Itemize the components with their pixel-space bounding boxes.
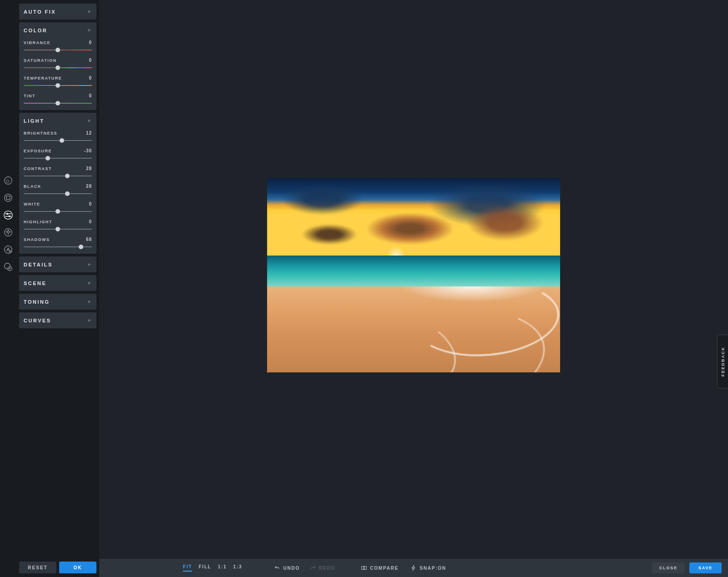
section-title: AUTO FIX [24,9,56,15]
expand-icon[interactable]: + [87,298,92,305]
section-toning[interactable]: TONING + [19,294,96,310]
section-scene[interactable]: SCENE + [19,275,96,291]
view-mode-1-3[interactable]: 1:3 [233,564,243,572]
collapse-icon[interactable]: × [87,117,92,124]
slider-knob[interactable] [56,65,60,70]
feedback-tab[interactable]: FEEDBACK [717,335,728,388]
overlay-icon[interactable] [3,261,14,272]
undo-button[interactable]: UNDO [274,565,300,571]
right-actions: CLOSE SAVE [652,562,722,573]
section-light: LIGHT × BRIGHTNESS12EXPOSURE-30CONTRAST2… [19,113,96,254]
view-modes: FITFILL1:11:3 [183,564,242,572]
slider-value: 28 [86,184,92,189]
slider-value: 28 [86,166,92,171]
section-details[interactable]: DETAILS + [19,256,96,272]
slider-knob[interactable] [56,48,60,52]
slider-value: 0 [89,201,92,206]
slider-label: BRIGHTNESS [24,131,57,135]
slider-knob[interactable] [56,227,60,231]
slider-knob[interactable] [56,101,60,105]
save-button[interactable]: SAVE [689,562,722,573]
redo-button[interactable]: REDO [310,565,335,571]
slider-brightness: BRIGHTNESS12 [24,130,92,143]
slider-vibrance: VIBRANCE0 [24,40,92,52]
svg-point-9 [5,246,12,254]
slider-value: 0 [89,58,92,63]
snap-button[interactable]: SNAP:ON [410,565,446,571]
section-curves[interactable]: CURVES + [19,312,96,328]
slider-highlight: HIGHLIGHT0 [24,219,92,231]
section-title: CURVES [24,318,51,323]
view-mode-1-1[interactable]: 1:1 [218,564,227,572]
feedback-label: FEEDBACK [721,346,725,376]
section-color-header[interactable]: COLOR × [24,27,92,34]
slider-contrast: CONTRAST28 [24,166,92,178]
slider-knob[interactable] [65,174,70,178]
view-mode-fill[interactable]: FILL [198,564,211,572]
auto-fix-icon[interactable] [3,175,14,186]
slider-track[interactable] [24,83,92,88]
slider-temperature: TEMPERATURE0 [24,75,92,88]
compare-button[interactable]: COMPARE [361,565,399,571]
slider-track[interactable] [24,191,92,196]
slider-knob[interactable] [79,245,83,249]
section-title: TONING [24,299,50,305]
slider-value: 0 [89,75,92,80]
compare-group: COMPARE SNAP:ON [361,565,446,571]
slider-label: VIBRANCE [24,40,51,45]
slider-knob[interactable] [65,191,70,196]
adjust-icon[interactable] [3,210,14,221]
effects-icon[interactable] [3,227,14,238]
text-icon[interactable] [3,244,14,255]
bottom-toolbar: FITFILL1:11:3 UNDO REDO COMPARE [99,559,728,577]
crop-icon[interactable] [3,192,14,203]
tool-rail [0,0,16,577]
slider-knob[interactable] [56,209,60,214]
slider-track[interactable] [24,245,92,249]
expand-icon[interactable]: + [87,8,92,15]
section-auto-fix[interactable]: AUTO FIX + [19,4,96,20]
section-color: COLOR × VIBRANCE0SATURATION0TEMPERATURE0… [19,22,96,110]
reset-button[interactable]: RESET [19,562,56,573]
slider-knob[interactable] [56,83,60,88]
snap-label: SNAP:ON [420,566,446,571]
slider-value: 0 [89,93,92,98]
slider-value: 68 [86,237,92,242]
redo-icon [310,565,316,571]
collapse-icon[interactable]: × [87,27,92,34]
expand-icon[interactable]: + [87,317,92,324]
svg-point-7 [9,216,10,217]
slider-track[interactable] [24,48,92,52]
slider-knob[interactable] [60,138,64,143]
panel-footer: RESET OK [19,562,96,573]
slider-track[interactable] [24,101,92,105]
expand-icon[interactable]: + [87,280,92,286]
slider-label: TINT [24,94,35,98]
slider-tint: TINT0 [24,93,92,105]
undo-label: UNDO [283,566,300,571]
slider-label: HIGHLIGHT [24,220,52,224]
section-title: COLOR [24,28,47,33]
image-preview[interactable] [267,178,560,372]
close-button[interactable]: CLOSE [652,562,685,573]
slider-value: 12 [86,130,92,135]
svg-point-11 [5,263,10,269]
slider-track[interactable] [24,156,92,161]
slider-track[interactable] [24,138,92,143]
redo-label: REDO [319,566,335,571]
section-title: SCENE [24,281,46,286]
svg-rect-14 [364,567,367,570]
slider-knob[interactable] [46,156,50,161]
slider-track[interactable] [24,227,92,231]
ok-button[interactable]: OK [59,562,96,573]
slider-label: TEMPERATURE [24,76,62,80]
expand-icon[interactable]: + [87,261,92,268]
slider-white: WHITE0 [24,201,92,214]
slider-label: WHITE [24,202,40,206]
view-mode-fit[interactable]: FIT [183,564,192,572]
slider-value: 0 [89,219,92,224]
slider-track[interactable] [24,174,92,178]
section-light-header[interactable]: LIGHT × [24,117,92,124]
slider-track[interactable] [24,65,92,70]
slider-track[interactable] [24,209,92,214]
